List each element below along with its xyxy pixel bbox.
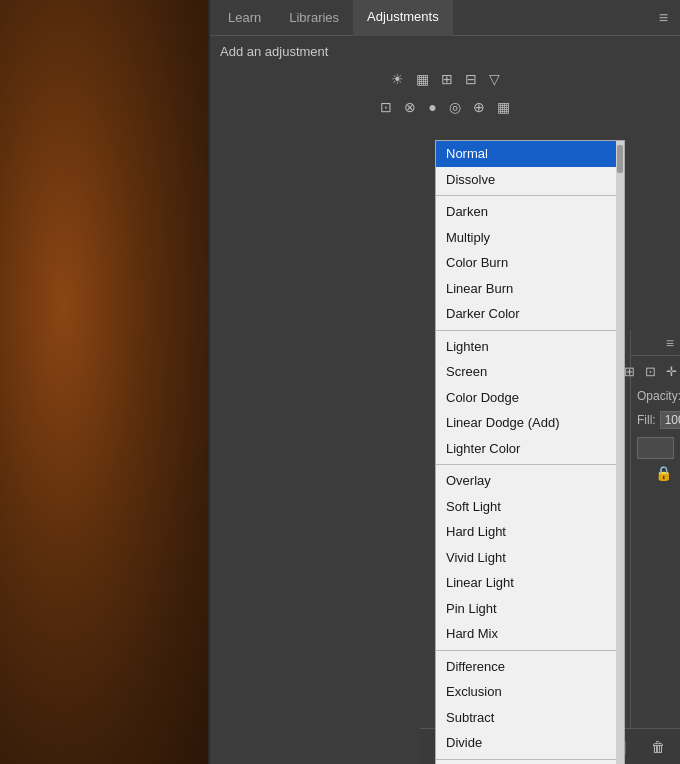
layer-lock-icons: ⊞ ⊡ ✛	[631, 356, 680, 383]
delete-icon[interactable]: 🗑	[647, 737, 669, 757]
opacity-label: Opacity:	[637, 389, 680, 403]
blackwhite-icon[interactable]: ●	[425, 97, 439, 117]
blend-darken[interactable]: Darken	[436, 199, 624, 225]
channelmixer-icon[interactable]: ⊕	[470, 97, 488, 117]
fill-value[interactable]: 100%	[660, 411, 680, 429]
panel-header: Add an adjustment	[210, 36, 680, 65]
blend-difference[interactable]: Difference	[436, 654, 624, 680]
levels-icon[interactable]: ▦	[413, 69, 432, 89]
layers-menu-icon[interactable]: ≡	[660, 335, 680, 351]
curves-icon[interactable]: ⊞	[438, 69, 456, 89]
blend-lighten[interactable]: Lighten	[436, 334, 624, 360]
separator-2	[436, 330, 624, 331]
blend-pinlight[interactable]: Pin Light	[436, 596, 624, 622]
blend-screen[interactable]: Screen	[436, 359, 624, 385]
fill-row: Fill: 100% ▾	[631, 409, 680, 431]
colorlookup-icon[interactable]: ▦	[494, 97, 513, 117]
blend-lineardodge[interactable]: Linear Dodge (Add)	[436, 410, 624, 436]
blend-normal[interactable]: Normal	[436, 141, 624, 167]
adjustment-icons-row1: ☀ ▦ ⊞ ⊟ ▽	[210, 65, 680, 93]
separator-5	[436, 759, 624, 760]
panel-menu-icon[interactable]: ≡	[651, 5, 676, 31]
colorbalance-icon[interactable]: ⊗	[401, 97, 419, 117]
photofilter-icon[interactable]: ◎	[446, 97, 464, 117]
lock-row: 🔒	[631, 463, 680, 483]
tab-adjustments[interactable]: Adjustments	[353, 0, 453, 36]
blend-hardmix[interactable]: Hard Mix	[436, 621, 624, 647]
blend-hardlight[interactable]: Hard Light	[436, 519, 624, 545]
blend-dissolve[interactable]: Dissolve	[436, 167, 624, 193]
blend-multiply[interactable]: Multiply	[436, 225, 624, 251]
blend-linearlight[interactable]: Linear Light	[436, 570, 624, 596]
blend-colorburn[interactable]: Color Burn	[436, 250, 624, 276]
blend-colordodge[interactable]: Color Dodge	[436, 385, 624, 411]
blend-lightercolor[interactable]: Lighter Color	[436, 436, 624, 462]
dropdown-scrollbar[interactable]	[616, 141, 624, 764]
hsl-icon[interactable]: ⊡	[377, 97, 395, 117]
blend-mode-dropdown[interactable]: Normal Dissolve Darken Multiply Color Bu…	[435, 140, 625, 764]
layer-name-box[interactable]	[637, 437, 674, 459]
separator-1	[436, 195, 624, 196]
blend-darkercolor[interactable]: Darker Color	[436, 301, 624, 327]
blend-divide[interactable]: Divide	[436, 730, 624, 756]
blend-vividlight[interactable]: Vivid Light	[436, 545, 624, 571]
exposure-icon[interactable]: ⊟	[462, 69, 480, 89]
vibrance-icon[interactable]: ▽	[486, 69, 503, 89]
lock-position-icon[interactable]: ✛	[666, 364, 677, 379]
dropdown-scrollbar-thumb[interactable]	[617, 145, 623, 173]
tab-learn[interactable]: Learn	[214, 0, 275, 36]
layers-panel-header: ≡	[631, 330, 680, 356]
opacity-row: Opacity: 100% ▾	[631, 383, 680, 409]
lock-image-icon[interactable]: ⊡	[645, 364, 656, 379]
fill-label: Fill:	[637, 413, 656, 427]
blend-subtract[interactable]: Subtract	[436, 705, 624, 731]
blend-exclusion[interactable]: Exclusion	[436, 679, 624, 705]
left-texture-panel	[0, 0, 210, 764]
layers-panel: ≡ ⊞ ⊡ ✛ Opacity: 100% ▾ Fill: 100% ▾ 🔒	[630, 330, 680, 728]
tab-libraries[interactable]: Libraries	[275, 0, 353, 36]
separator-3	[436, 464, 624, 465]
blend-overlay[interactable]: Overlay	[436, 468, 624, 494]
texture-image	[0, 0, 210, 764]
lock-icon[interactable]: 🔒	[655, 465, 672, 481]
blend-softlight[interactable]: Soft Light	[436, 494, 624, 520]
separator-4	[436, 650, 624, 651]
lock-transparent-icon[interactable]: ⊞	[624, 364, 635, 379]
right-panel: Learn Libraries Adjustments ≡ Add an adj…	[210, 0, 680, 764]
brightness-icon[interactable]: ☀	[388, 69, 407, 89]
blend-linearburn[interactable]: Linear Burn	[436, 276, 624, 302]
adjustment-icons-row2: ⊡ ⊗ ● ◎ ⊕ ▦	[210, 93, 680, 121]
tab-bar: Learn Libraries Adjustments ≡	[210, 0, 680, 36]
